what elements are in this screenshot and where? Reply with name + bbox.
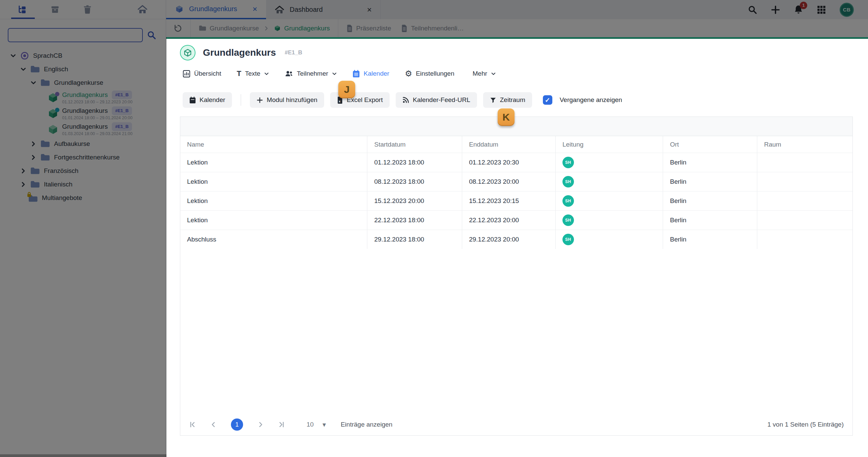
- chevron-down-icon[interactable]: [20, 66, 26, 72]
- modul-hinzufuegen-button[interactable]: Modul hinzufügen: [250, 92, 324, 108]
- button-label: Modul hinzufügen: [267, 96, 317, 104]
- tree-item-label: Englisch: [44, 66, 68, 73]
- cell-start: 08.12.2023 18:00: [367, 172, 462, 191]
- cell-name: Lektion: [180, 172, 367, 191]
- document-icon: [346, 25, 353, 32]
- tab-grundlagenkurs[interactable]: Grundlagenkurs: [166, 0, 266, 19]
- tree-view-icon[interactable]: [17, 4, 28, 15]
- breadcrumb-folder[interactable]: Grundlagenkurse: [199, 25, 259, 32]
- tab-teilnehmer[interactable]: Teilnehmer: [285, 70, 337, 77]
- vergangene-anzeigen-checkbox[interactable]: [543, 95, 552, 105]
- first-page-icon[interactable]: [189, 421, 196, 428]
- doc-label: Präsenzliste: [356, 25, 391, 32]
- tree-item-italienisch[interactable]: Italienisch: [0, 178, 166, 191]
- funnel-icon: [490, 97, 496, 103]
- plus-icon[interactable]: [771, 5, 780, 15]
- tab-einstellungen[interactable]: Einstellungen: [405, 70, 454, 78]
- tree-course-item[interactable]: Grundlagenkurs #E1_B 01.03.2024 18:00 – …: [0, 121, 166, 137]
- tab-kalender[interactable]: Kalender: [352, 70, 389, 78]
- bell-icon[interactable]: 1: [794, 5, 803, 15]
- chevron-right-icon[interactable]: [20, 181, 26, 187]
- chevron-down-icon[interactable]: [30, 80, 36, 86]
- avatar[interactable]: CB: [840, 3, 854, 17]
- page-size-select[interactable]: 10: [307, 421, 326, 429]
- table-row[interactable]: Abschluss 29.12.2023 18:00 29.12.2023 20…: [180, 230, 852, 249]
- kalender-feed-url-button[interactable]: Kalender-Feed-URL: [396, 92, 477, 108]
- checkbox-label[interactable]: Vergangene anzeigen: [560, 96, 622, 104]
- leitung-avatar[interactable]: SH: [562, 176, 574, 187]
- leitung-avatar[interactable]: SH: [562, 157, 574, 168]
- column-header-enddatum[interactable]: Enddatum: [462, 136, 555, 153]
- search-icon[interactable]: [147, 30, 156, 40]
- chart-icon: [183, 70, 190, 78]
- tree-item-franzoesisch[interactable]: Französisch: [0, 164, 166, 178]
- tree-item-label: SprachCB: [33, 52, 62, 59]
- close-icon[interactable]: [253, 5, 257, 13]
- breadcrumb-label: Grundlagenkurs: [284, 25, 330, 32]
- grid-icon[interactable]: [817, 5, 826, 15]
- trash-icon[interactable]: [82, 4, 93, 15]
- prev-page-icon[interactable]: [210, 421, 217, 428]
- cell-ort: Berlin: [663, 230, 757, 249]
- tab-mehr[interactable]: Mehr: [473, 70, 496, 77]
- tree-item-englisch[interactable]: Englisch: [0, 62, 166, 76]
- chevron-right-icon[interactable]: [30, 154, 36, 160]
- history-icon[interactable]: [174, 24, 182, 33]
- course-code-badge: #E1_B: [112, 106, 132, 115]
- home-icon[interactable]: [137, 4, 148, 15]
- tree-item-multiangebote[interactable]: Multiangebote: [0, 191, 166, 205]
- table-row[interactable]: Lektion 08.12.2023 18:00 08.12.2023 20:0…: [180, 172, 852, 191]
- cell-raum: [757, 230, 852, 249]
- tree-item-fortgeschrittenenkurse[interactable]: Fortgeschrittenenkurse: [0, 151, 166, 164]
- page-code: #E1_B: [285, 49, 302, 56]
- table-row[interactable]: Lektion 22.12.2023 18:00 22.12.2023 20:0…: [180, 210, 852, 230]
- tab-dashboard[interactable]: Dashboard: [266, 0, 381, 19]
- tree-course-item[interactable]: Grundlagenkurs #E1_B 01.01.2024 18:00 – …: [0, 105, 166, 121]
- tree-course-item[interactable]: Grundlagenkurs #E1_B 01.12.2023 18:00 – …: [0, 90, 166, 105]
- close-icon[interactable]: [367, 6, 372, 14]
- chevron-down-icon[interactable]: [10, 53, 16, 59]
- leitung-avatar[interactable]: SH: [562, 234, 574, 245]
- sidebar: SprachCB Englisch Grundlagenkurse: [0, 0, 166, 457]
- archive-icon[interactable]: [49, 4, 61, 15]
- tree-item-aufbaukurse[interactable]: Aufbaukurse: [0, 137, 166, 151]
- tree-item-grundlagenkurse[interactable]: Grundlagenkurse: [0, 76, 166, 90]
- tab-uebersicht[interactable]: Übersicht: [183, 70, 221, 78]
- tree-item-label: Multiangebote: [42, 194, 82, 202]
- calendar-icon: [189, 97, 196, 104]
- leitung-avatar[interactable]: SH: [562, 195, 574, 207]
- table-row[interactable]: Lektion 01.12.2023 18:00 01.12.2023 20:3…: [180, 153, 852, 172]
- kalender-view-button[interactable]: Kalender: [183, 92, 232, 108]
- tab-texte[interactable]: Texte: [237, 69, 269, 78]
- topbar: Grundlagenkurs Dashboard 1 CB: [166, 0, 868, 37]
- chevron-right-icon[interactable]: [20, 168, 26, 174]
- tree-item-sprachcb[interactable]: SprachCB: [0, 49, 166, 62]
- lock-icon: [27, 192, 32, 197]
- last-page-icon[interactable]: [278, 421, 285, 428]
- leitung-avatar[interactable]: SH: [562, 214, 574, 226]
- cell-raum: [757, 192, 852, 210]
- table-toolbar-strip: [180, 117, 852, 136]
- table-row[interactable]: Lektion 15.12.2023 20:00 15.12.2023 20:1…: [180, 191, 852, 210]
- column-header-name[interactable]: Name: [180, 136, 367, 153]
- zeitraum-button[interactable]: Zeitraum: [483, 92, 532, 108]
- chevron-right-icon[interactable]: [30, 141, 36, 147]
- cell-end: 15.12.2023 20:15: [462, 192, 555, 210]
- breadcrumb-current[interactable]: Grundlagenkurs: [274, 25, 330, 32]
- cell-leitung: SH: [555, 153, 663, 172]
- folder-icon: [41, 79, 50, 87]
- doc-praesenzliste[interactable]: Präsenzliste: [346, 25, 391, 32]
- column-header-ort[interactable]: Ort: [663, 136, 757, 153]
- column-header-leitung[interactable]: Leitung: [555, 136, 663, 153]
- tree-item-label: Grundlagenkurse: [54, 79, 103, 86]
- column-header-startdatum[interactable]: Startdatum: [367, 136, 462, 153]
- search-icon[interactable]: [748, 5, 757, 15]
- current-page-button[interactable]: 1: [231, 418, 243, 431]
- next-page-icon[interactable]: [257, 421, 264, 428]
- sidebar-search-input[interactable]: [8, 28, 143, 42]
- cell-name: Lektion: [180, 211, 367, 230]
- column-header-raum[interactable]: Raum: [757, 136, 852, 153]
- svg-text:x: x: [339, 99, 341, 103]
- doc-teilnehmendenliste[interactable]: Teilnehmendenli…: [401, 25, 464, 32]
- course-code-badge: #E1_B: [112, 122, 132, 131]
